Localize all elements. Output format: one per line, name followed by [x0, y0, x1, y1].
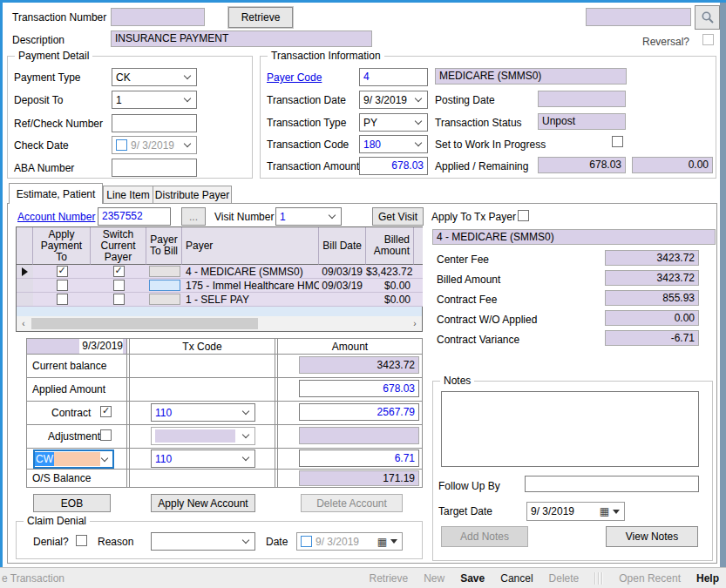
contract-variance-label: Contract Variance: [437, 334, 519, 346]
scroll-left-icon[interactable]: ‹: [17, 319, 31, 328]
applied-amount-input[interactable]: 678.03: [299, 380, 419, 397]
target-date-value: 9/ 3/2019: [531, 505, 574, 517]
row-selector[interactable]: [17, 279, 33, 293]
contract-amount-input[interactable]: 2567.79: [299, 403, 419, 421]
scroll-right-icon[interactable]: ›: [408, 319, 422, 328]
apply-payment-checkbox[interactable]: [57, 280, 68, 291]
col-label: Payer To Bill: [147, 234, 180, 257]
check-date-picker[interactable]: 9/ 3/2019: [112, 136, 197, 154]
notes-textarea[interactable]: [441, 391, 699, 467]
chevron-down-icon: [184, 140, 191, 147]
target-date-picker[interactable]: 9/ 3/2019: [526, 502, 625, 521]
account-browse-button[interactable]: ...: [181, 207, 206, 226]
contract-checkbox[interactable]: [100, 406, 112, 417]
view-notes-button[interactable]: View Notes: [606, 526, 698, 547]
apply-payment-checkbox[interactable]: [57, 266, 68, 277]
adjustment-tx-code-select[interactable]: [151, 427, 255, 445]
retrieve-button[interactable]: Retrieve: [228, 7, 293, 28]
payer-to-bill-cell[interactable]: [149, 266, 180, 277]
writeoff-type-combobox[interactable]: CW: [33, 449, 114, 469]
scrollbar-thumb[interactable]: [31, 318, 258, 329]
account-number-link[interactable]: Account Number: [17, 211, 95, 223]
deposit-to-value: 1: [116, 94, 122, 106]
get-visit-button[interactable]: Get Visit: [372, 207, 424, 226]
posting-date-field: [538, 91, 626, 107]
status-help-button[interactable]: Help: [696, 572, 719, 585]
writeoff-amount-input[interactable]: 6.71: [299, 449, 419, 467]
payer-code-link[interactable]: Payer Code: [267, 71, 322, 84]
transaction-type-label: Transaction Type: [267, 117, 346, 129]
description-label: Description: [12, 34, 64, 46]
col-label: Billed Amount: [370, 234, 410, 257]
payer-cell: 175 - Immel Healthcare HMO: [182, 280, 319, 292]
switch-payer-checkbox[interactable]: [113, 266, 125, 277]
status-save-button[interactable]: Save: [460, 572, 485, 585]
table-row[interactable]: 4 - MEDICARE (SMMS0) 09/03/19 $3,423.72: [33, 265, 423, 279]
table-filler: [17, 307, 422, 316]
transaction-type-select[interactable]: PY: [359, 113, 428, 132]
bill-date-cell: 09/03/19: [319, 280, 366, 292]
tab-label: Estimate, Patient: [17, 188, 96, 200]
visit-number-select[interactable]: 1: [275, 207, 342, 226]
contract-fee-label: Contract Fee: [437, 294, 497, 306]
transaction-code-label: Transaction Code: [267, 139, 349, 151]
deposit-to-select[interactable]: 1: [112, 91, 197, 109]
table-row[interactable]: 1 - SELF PAY $0.00: [33, 293, 423, 307]
tab-line-item[interactable]: Line Item: [103, 186, 153, 204]
status-retrieve-button: Retrieve: [369, 572, 408, 585]
ref-check-number-input[interactable]: [112, 114, 197, 132]
aba-number-input[interactable]: [112, 159, 197, 177]
denial-reason-select[interactable]: [151, 532, 255, 551]
payer-to-bill-cell[interactable]: [149, 294, 180, 305]
payer-code-label[interactable]: Payer Code: [267, 71, 322, 84]
transaction-date-select[interactable]: 9/ 3/2019: [359, 91, 428, 109]
denial-date-picker[interactable]: 9/ 3/2019: [296, 532, 403, 551]
transaction-code-select[interactable]: 180: [359, 135, 428, 153]
description-field: INSURANCE PAYMENT: [111, 30, 372, 47]
account-number-input[interactable]: 2357552: [98, 207, 171, 226]
contract-tx-code-select[interactable]: 110: [151, 403, 255, 422]
transaction-amount-input[interactable]: 678.03: [359, 157, 428, 175]
contract-variance-field: -6.71: [605, 330, 699, 346]
status-cancel-button[interactable]: Cancel: [500, 572, 533, 585]
delete-account-button: Delete Account: [301, 494, 403, 512]
switch-payer-checkbox[interactable]: [113, 294, 125, 305]
denial-date-checkbox[interactable]: [301, 536, 312, 547]
work-in-progress-checkbox[interactable]: [612, 136, 623, 147]
col-switch-current-payer: Switch Current Payer: [91, 227, 146, 265]
tab-label: Line Item: [106, 189, 149, 201]
tab-estimate-patient[interactable]: Estimate, Patient: [9, 183, 103, 204]
apply-payment-checkbox[interactable]: [57, 294, 68, 305]
payer-to-bill-cell[interactable]: [149, 280, 180, 291]
status-left-text: e Transaction: [2, 572, 64, 585]
payer-code-input[interactable]: 4: [359, 68, 428, 86]
col-label: Apply Payment To: [37, 229, 86, 263]
horizontal-scrollbar[interactable]: ‹ ›: [17, 316, 422, 331]
add-notes-button: Add Notes: [441, 526, 528, 547]
adjustment-checkbox[interactable]: [100, 429, 112, 441]
check-date-checkbox[interactable]: [116, 139, 127, 151]
adjustment-amount-field: [299, 427, 419, 444]
apply-to-tx-payer-checkbox[interactable]: [518, 210, 529, 221]
tab-distribute-payer[interactable]: Distribute Payer: [153, 186, 232, 204]
writeoff-tx-code-select[interactable]: 110: [151, 449, 255, 468]
payer-summary-header: 4 - MEDICARE (SMMS0): [432, 229, 716, 245]
dropdown-arrow-icon: [613, 510, 620, 514]
ref-check-number-label: Ref/Check Number: [14, 118, 103, 130]
payment-type-select[interactable]: CK: [112, 68, 197, 86]
row-selector[interactable]: [17, 265, 33, 279]
adjustment-label: Adjustment: [48, 430, 100, 443]
row-selector[interactable]: [17, 293, 33, 307]
follow-up-by-input[interactable]: [525, 476, 699, 492]
table-row[interactable]: 175 - Immel Healthcare HMO 09/03/19 $0.0…: [33, 279, 423, 293]
account-number-label[interactable]: Account Number: [17, 211, 95, 223]
reversal-checkbox[interactable]: [702, 34, 714, 45]
search-button[interactable]: [695, 5, 720, 30]
eob-button[interactable]: EOB: [33, 494, 111, 512]
denial-checkbox[interactable]: [76, 535, 87, 546]
billed-amount-label: Billed Amount: [437, 274, 500, 286]
status-new-button: New: [424, 572, 444, 585]
denial-label: Denial?: [33, 536, 69, 548]
switch-payer-checkbox[interactable]: [113, 280, 125, 291]
apply-new-account-button[interactable]: Apply New Account: [151, 494, 255, 512]
